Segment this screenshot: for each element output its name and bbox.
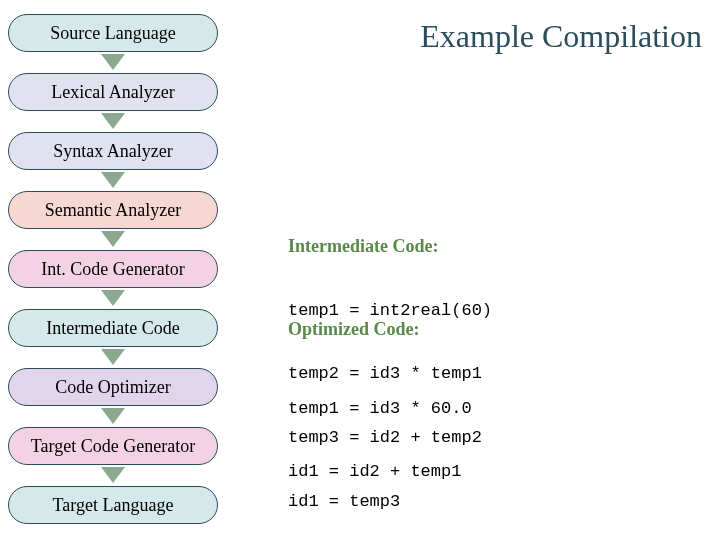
optimized-code-line: temp1 = id3 * 60.0 [288,398,472,419]
arrow-down-icon [101,54,125,70]
arrow-down-icon [101,172,125,188]
optimized-code-line: id1 = id2 + temp1 [288,461,472,482]
arrow-down-icon [101,408,125,424]
arrow-down-icon [101,349,125,365]
pipeline-stage: Int. Code Generator [8,250,218,288]
pipeline-stage: Semantic Analyzer [8,191,218,229]
pipeline-stage: Syntax Analyzer [8,132,218,170]
slide-title: Example Compilation [420,18,702,55]
arrow-down-icon [101,467,125,483]
arrow-down-icon [101,231,125,247]
pipeline-stage: Intermediate Code [8,309,218,347]
pipeline-stage: Code Optimizer [8,368,218,406]
pipeline-stage: Target Code Generator [8,427,218,465]
arrow-down-icon [101,113,125,129]
optimized-code-block: temp1 = id3 * 60.0 id1 = id2 + temp1 [288,355,472,504]
pipeline-stage: Source Language [8,14,218,52]
pipeline-stage: Lexical Analyzer [8,73,218,111]
compiler-pipeline: Source LanguageLexical AnalyzerSyntax An… [8,14,218,524]
intermediate-code-heading: Intermediate Code: [288,235,492,258]
pipeline-stage: Target Language [8,486,218,524]
optimized-code-heading: Optimized Code: [288,318,419,341]
arrow-down-icon [101,290,125,306]
